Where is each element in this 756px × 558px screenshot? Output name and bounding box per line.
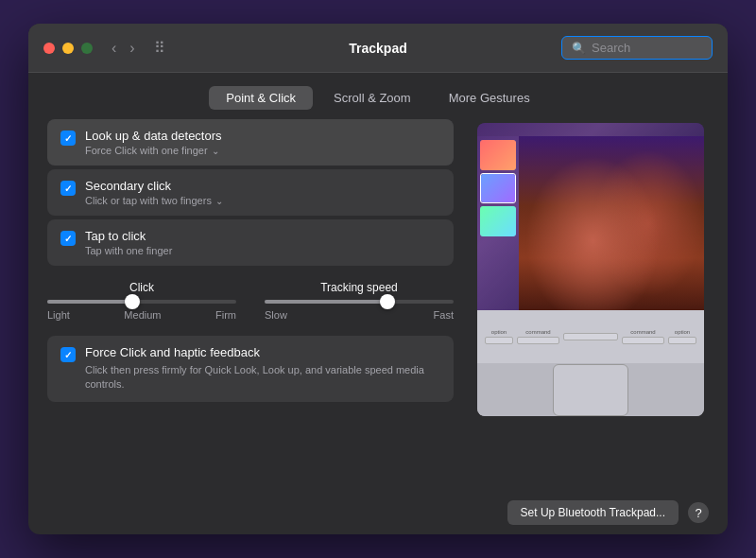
left-panel: ✓ Look up & data detectors Force Click w… bbox=[47, 119, 454, 491]
key-group-option-right: option bbox=[668, 329, 696, 344]
maximize-button[interactable] bbox=[81, 43, 93, 54]
key-command-label: command bbox=[525, 329, 550, 335]
chevron-down-icon: ⌄ bbox=[212, 146, 219, 156]
main-photo bbox=[519, 136, 704, 310]
lookup-option: ✓ Look up & data detectors Force Click w… bbox=[47, 119, 454, 166]
click-slider-thumb[interactable] bbox=[125, 294, 140, 309]
haptic-text: Force Click and haptic feedback Click th… bbox=[85, 345, 440, 392]
screen-content bbox=[477, 136, 704, 310]
key-command-right bbox=[622, 337, 664, 344]
checkmark-icon: ✓ bbox=[64, 183, 72, 194]
right-panel: option command command bbox=[472, 119, 709, 491]
tap-to-click-option: ✓ Tap to click Tap with one finger bbox=[47, 219, 454, 266]
key-option-label: option bbox=[491, 329, 507, 335]
lookup-checkbox[interactable]: ✓ bbox=[60, 131, 76, 146]
tracking-slider-labels: Slow Fast bbox=[265, 309, 454, 321]
laptop-preview: option command command bbox=[477, 123, 704, 416]
window-title: Trackpad bbox=[349, 41, 406, 56]
lookup-subtitle: Force Click with one finger ⌄ bbox=[85, 145, 222, 156]
lookup-title: Look up & data detectors bbox=[85, 129, 222, 143]
sliders-section: Click Light Medium Firm Tracking speed bbox=[47, 270, 454, 328]
haptic-checkbox[interactable]: ✓ bbox=[60, 347, 76, 362]
click-light-label: Light bbox=[47, 309, 70, 321]
tracking-fast-label: Fast bbox=[434, 309, 454, 321]
tracking-slider-group: Tracking speed Slow Fast bbox=[265, 281, 454, 321]
key-group-command-left: command bbox=[517, 329, 559, 344]
thumb-image-2 bbox=[481, 174, 515, 202]
tracking-slider-fill bbox=[265, 300, 387, 304]
key-group-command-right: command bbox=[622, 329, 664, 344]
thumb-image-3 bbox=[480, 206, 516, 236]
close-button[interactable] bbox=[43, 43, 55, 54]
bottom-bar: Set Up Bluetooth Trackpad... ? bbox=[28, 491, 728, 534]
sidebar-thumb-1 bbox=[480, 140, 516, 170]
traffic-lights bbox=[43, 43, 93, 54]
tap-to-click-title: Tap to click bbox=[85, 229, 172, 243]
chevron-down-icon: ⌄ bbox=[215, 196, 223, 206]
key-group-option-left: option bbox=[485, 329, 513, 344]
photo-overlay bbox=[519, 136, 704, 310]
click-slider-label: Click bbox=[129, 281, 154, 294]
tracking-slider-track[interactable] bbox=[265, 300, 454, 304]
secondary-click-text: Secondary click Click or tap with two fi… bbox=[85, 179, 223, 206]
checkmark-icon: ✓ bbox=[64, 350, 72, 360]
key-command bbox=[517, 337, 559, 344]
search-input[interactable] bbox=[592, 41, 702, 55]
tracking-slider-thumb[interactable] bbox=[380, 294, 395, 309]
tabs-bar: Point & Click Scroll & Zoom More Gesture… bbox=[28, 73, 728, 119]
key-option-right bbox=[668, 337, 696, 344]
checkmark-icon: ✓ bbox=[64, 234, 72, 244]
checkmark-icon: ✓ bbox=[64, 133, 72, 144]
help-button[interactable]: ? bbox=[688, 502, 709, 523]
click-slider-labels: Light Medium Firm bbox=[47, 309, 236, 321]
titlebar: ‹ › ⠿ Trackpad 🔍 bbox=[28, 24, 728, 73]
click-slider-fill bbox=[47, 300, 132, 304]
keyboard-area: option command command bbox=[477, 310, 704, 416]
trackpad-area bbox=[477, 363, 704, 416]
haptic-option: ✓ Force Click and haptic feedback Click … bbox=[47, 336, 454, 402]
secondary-click-subtitle: Click or tap with two fingers ⌄ bbox=[85, 195, 223, 206]
screen-sidebar bbox=[477, 136, 519, 310]
key-option-right-label: option bbox=[675, 329, 690, 335]
tab-more-gestures[interactable]: More Gestures bbox=[432, 86, 547, 110]
keyboard-top: option command command bbox=[477, 310, 704, 363]
sidebar-thumb-3 bbox=[480, 206, 516, 236]
preview-image: option command command bbox=[477, 123, 704, 416]
nav-buttons: ‹ › bbox=[108, 39, 139, 58]
bluetooth-trackpad-button[interactable]: Set Up Bluetooth Trackpad... bbox=[507, 500, 679, 525]
haptic-subtitle: Click then press firmly for Quick Look, … bbox=[85, 363, 440, 392]
trackpad-visual bbox=[553, 364, 628, 416]
tab-scroll-zoom[interactable]: Scroll & Zoom bbox=[317, 86, 428, 110]
tap-to-click-subtitle: Tap with one finger bbox=[85, 245, 172, 256]
tap-to-click-checkbox[interactable]: ✓ bbox=[60, 231, 76, 246]
screen-menubar bbox=[477, 123, 704, 136]
grid-icon: ⠿ bbox=[154, 39, 165, 57]
minimize-button[interactable] bbox=[62, 43, 74, 54]
main-content: ✓ Look up & data detectors Force Click w… bbox=[28, 119, 728, 491]
secondary-click-option: ✓ Secondary click Click or tap with two … bbox=[47, 169, 454, 216]
tracking-slow-label: Slow bbox=[265, 309, 287, 321]
sidebar-thumb-2 bbox=[480, 173, 516, 203]
spacebar bbox=[563, 333, 618, 340]
click-slider-group: Click Light Medium Firm bbox=[47, 281, 236, 321]
search-box[interactable]: 🔍 bbox=[561, 36, 713, 60]
forward-button[interactable]: › bbox=[126, 39, 138, 58]
tab-point-click[interactable]: Point & Click bbox=[209, 86, 313, 110]
key-command-right-label: command bbox=[630, 329, 655, 335]
lookup-text: Look up & data detectors Force Click wit… bbox=[85, 129, 222, 156]
tracking-slider-label: Tracking speed bbox=[320, 281, 398, 294]
tap-to-click-text: Tap to click Tap with one finger bbox=[85, 229, 172, 256]
secondary-click-title: Secondary click bbox=[85, 179, 223, 193]
search-icon: 🔍 bbox=[572, 42, 586, 55]
settings-window: ‹ › ⠿ Trackpad 🔍 Point & Click Scroll & … bbox=[28, 24, 728, 534]
thumb-image-1 bbox=[480, 140, 516, 170]
secondary-click-checkbox[interactable]: ✓ bbox=[60, 181, 76, 196]
click-slider-track[interactable] bbox=[47, 300, 236, 304]
haptic-title: Force Click and haptic feedback bbox=[85, 345, 440, 359]
click-medium-label: Medium bbox=[124, 309, 161, 321]
click-firm-label: Firm bbox=[215, 309, 236, 321]
back-button[interactable]: ‹ bbox=[108, 39, 120, 58]
key-option bbox=[485, 337, 513, 344]
screen-area bbox=[477, 123, 704, 310]
